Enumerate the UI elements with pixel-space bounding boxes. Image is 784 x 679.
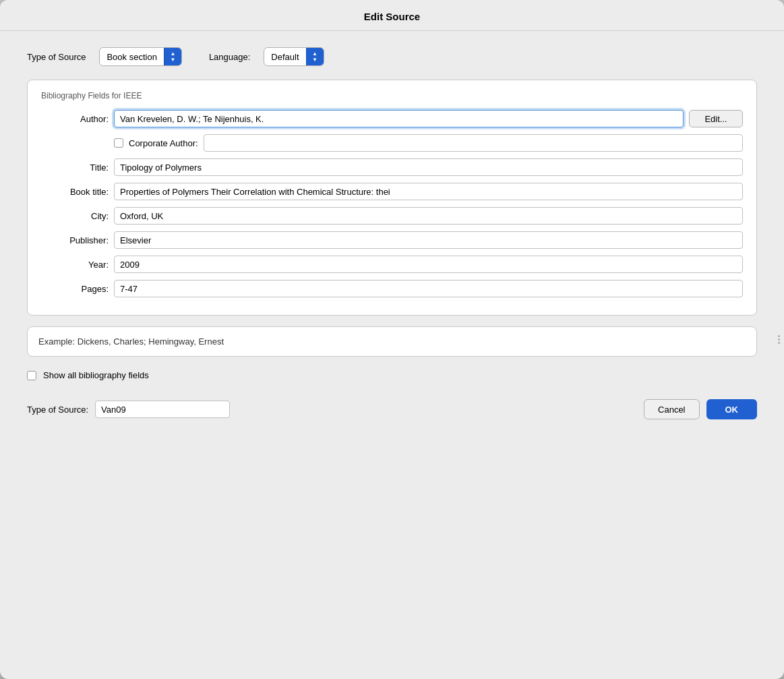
title-label: Title:	[41, 163, 109, 173]
tag-input[interactable]	[95, 401, 230, 418]
dialog-titlebar: Edit Source	[0, 0, 784, 31]
author-label: Author:	[41, 114, 109, 124]
tag-row: Type of Source:	[27, 401, 230, 418]
author-edit-button[interactable]: Edit...	[689, 110, 743, 127]
author-input[interactable]	[114, 110, 684, 127]
publisher-row: Publisher:	[41, 231, 743, 249]
resize-handle[interactable]	[776, 326, 781, 353]
corporate-author-input[interactable]	[204, 134, 743, 152]
dialog-body: Type of Source Book section ▲ ▼ Language…	[0, 31, 784, 679]
lang-arrow-up-icon: ▲	[312, 51, 318, 57]
year-input[interactable]	[114, 256, 743, 273]
corporate-author-label: Corporate Author:	[129, 138, 198, 148]
arrow-down-icon: ▼	[170, 57, 175, 63]
ok-button[interactable]: OK	[706, 399, 758, 419]
corporate-author-checkbox[interactable]	[114, 138, 123, 148]
type-of-source-label: Type of Source	[27, 52, 86, 62]
language-select[interactable]: Default ▲ ▼	[264, 47, 324, 66]
type-of-source-value: Book section	[100, 52, 163, 62]
resize-dot-2	[778, 338, 780, 341]
language-label: Language:	[209, 52, 250, 62]
language-value: Default	[264, 52, 305, 62]
resize-dot-3	[778, 342, 780, 344]
year-row: Year:	[41, 256, 743, 273]
dialog-title: Edit Source	[364, 11, 420, 22]
show-all-row: Show all bibliography fields	[27, 367, 757, 383]
language-arrows[interactable]: ▲ ▼	[306, 48, 324, 65]
action-buttons: Cancel OK	[644, 399, 757, 419]
bib-fields-section: Bibliography Fields for IEEE Author: Edi…	[27, 80, 757, 316]
tag-label: Type of Source:	[27, 405, 88, 415]
example-box: Example: Dickens, Charles; Hemingway, Er…	[27, 326, 757, 357]
publisher-input[interactable]	[114, 231, 743, 249]
type-of-source-select[interactable]: Book section ▲ ▼	[99, 47, 181, 66]
lang-arrow-down-icon: ▼	[312, 57, 318, 63]
bib-fields-title: Bibliography Fields for IEEE	[41, 91, 743, 100]
title-input[interactable]	[114, 158, 743, 176]
city-row: City:	[41, 207, 743, 225]
pages-input[interactable]	[114, 280, 743, 297]
title-row: Title:	[41, 158, 743, 176]
show-all-label: Show all bibliography fields	[43, 370, 149, 380]
arrow-up-icon: ▲	[170, 51, 175, 57]
type-of-source-arrows[interactable]: ▲ ▼	[164, 48, 181, 65]
example-text: Example: Dickens, Charles; Hemingway, Er…	[38, 336, 224, 347]
resize-dot-1	[778, 335, 780, 337]
city-input[interactable]	[114, 207, 743, 225]
bottom-row: Type of Source: Cancel OK	[27, 394, 757, 430]
publisher-label: Publisher:	[41, 235, 109, 245]
show-all-checkbox[interactable]	[27, 371, 36, 380]
book-title-row: Book title:	[41, 183, 743, 200]
pages-label: Pages:	[41, 284, 109, 294]
edit-source-dialog: Edit Source Type of Source Book section …	[0, 0, 784, 679]
city-label: City:	[41, 211, 109, 221]
pages-row: Pages:	[41, 280, 743, 297]
year-label: Year:	[41, 260, 109, 270]
cancel-button[interactable]: Cancel	[644, 399, 699, 419]
author-row: Author: Edit...	[41, 110, 743, 127]
book-title-input[interactable]	[114, 183, 743, 200]
type-language-row: Type of Source Book section ▲ ▼ Language…	[27, 47, 757, 66]
book-title-label: Book title:	[41, 187, 109, 197]
corporate-author-row: Corporate Author:	[114, 134, 743, 152]
